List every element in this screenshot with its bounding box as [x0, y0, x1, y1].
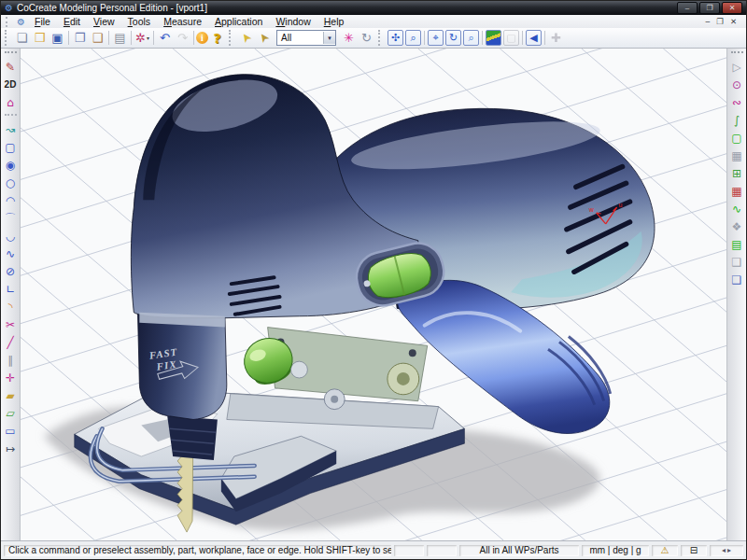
mdi-minimize-button[interactable]: – [706, 17, 711, 26]
sweep-icon[interactable]: ∾ [728, 93, 745, 111]
3d-scene[interactable]: FAST FIX [21, 49, 726, 540]
view-cube-icon[interactable] [486, 30, 501, 46]
redo-icon[interactable]: ↷ [174, 29, 191, 47]
viewport-3d[interactable]: FAST FIX [20, 49, 727, 540]
mdi-close-button[interactable]: ✕ [730, 17, 737, 26]
blend-icon[interactable]: ❖ [728, 217, 745, 235]
wireframe-view-icon[interactable]: ▢ [503, 30, 519, 46]
combo-dropdown-icon[interactable]: ▼ [323, 32, 335, 44]
zoom-dynamic-icon[interactable]: ⌕ [463, 30, 479, 46]
menu-help[interactable]: Help [317, 16, 351, 27]
status-message: Click a command or preselect assembly, p… [4, 545, 391, 556]
sketch-icon[interactable]: ✎ [2, 58, 19, 76]
highlight-icon[interactable]: ✳ [340, 29, 358, 47]
selection-scope[interactable]: All in All WPs/Parts [459, 545, 579, 556]
pull-sketch-icon[interactable]: ▱ [2, 404, 19, 422]
rounded-rect-icon[interactable]: ▢ [2, 138, 19, 156]
axis-label-u: u [619, 202, 623, 208]
help-icon[interactable]: ? [208, 29, 226, 47]
close-button[interactable]: ✕ [722, 2, 742, 14]
bellows [167, 416, 218, 460]
circle-center-icon[interactable]: ◉ [2, 156, 19, 174]
zoom-window-icon[interactable]: ⌕ [405, 30, 421, 46]
arc-center-icon[interactable]: ⌒ [2, 209, 19, 227]
toolbar-grip[interactable] [5, 30, 10, 46]
select-scope-combo[interactable]: All ▼ [276, 30, 336, 46]
ellipse-icon[interactable]: ⊘ [2, 262, 19, 280]
toolbar-separator [108, 31, 109, 45]
remove-material-icon[interactable]: ▦ [728, 182, 745, 200]
menu-tools[interactable]: Tools [121, 16, 158, 27]
meter-icon[interactable]: ⊟ [681, 545, 707, 556]
face-icon[interactable]: ▢ [728, 129, 745, 147]
select-scope-value: All [281, 33, 291, 43]
menu-file[interactable]: File [28, 16, 57, 27]
note-icon[interactable]: ❑ [728, 271, 745, 288]
arc-tangent-icon[interactable]: ◡ [2, 227, 19, 245]
menu-edit[interactable]: Edit [57, 16, 87, 27]
position-icon[interactable]: ✲▾ [134, 29, 151, 47]
camera-icon[interactable]: ▦ [728, 147, 745, 164]
dimension-icon[interactable]: ↦ [2, 440, 19, 457]
corner-icon[interactable]: ∟ [2, 280, 19, 298]
menu-view[interactable]: View [87, 16, 121, 27]
clamp-icon[interactable]: ✚ [547, 29, 565, 47]
menu-application[interactable]: Application [208, 16, 269, 27]
fit-view-icon[interactable]: ✣ [388, 30, 403, 46]
loft-icon[interactable]: ∫ [728, 111, 745, 129]
previous-view-icon[interactable]: ◀ [526, 30, 542, 46]
2d-mode-icon[interactable]: 2D [2, 76, 19, 93]
extrude-sketch-icon[interactable]: ▰ [2, 386, 19, 404]
fillet-icon[interactable]: ◝ [2, 298, 19, 315]
undo-icon[interactable]: ↶ [156, 29, 174, 47]
info-icon[interactable]: i [196, 32, 208, 44]
spline-icon[interactable]: ∿ [2, 245, 19, 262]
new-file-icon[interactable]: ❏ [13, 29, 31, 47]
reposition-icon[interactable]: ↻ [358, 29, 375, 47]
parallel-lines-icon[interactable]: ∥ [2, 351, 19, 369]
view-workplane-icon[interactable]: ⌂ [2, 93, 19, 111]
paste-icon[interactable]: ❑ [89, 29, 106, 47]
circle-icon[interactable]: ○ [2, 174, 19, 191]
menu-measure[interactable]: Measure [157, 16, 208, 27]
print-icon[interactable]: ▤ [111, 29, 129, 47]
line-icon[interactable]: ╱ [2, 333, 19, 351]
mdi-restore-button[interactable]: ❐ [716, 17, 724, 26]
window-controls: – ❐ ✕ [677, 2, 742, 14]
menubar-grip[interactable] [6, 17, 11, 27]
copy-icon[interactable]: ❐ [71, 29, 89, 47]
point-icon[interactable]: ✛ [2, 369, 19, 386]
save-icon[interactable]: ▣ [49, 29, 66, 47]
menu-window[interactable]: Window [269, 16, 317, 27]
sheetmetal-icon[interactable]: ▤ [728, 235, 745, 253]
pan-view-icon[interactable]: ⌖ [428, 30, 444, 46]
polyline-icon[interactable]: ↝ [2, 120, 19, 138]
toolbar-separator [5, 114, 17, 118]
toolbar-separator [424, 31, 425, 45]
nav-prev-icon[interactable]: ◂ [722, 546, 726, 554]
spring-icon[interactable]: ∿ [728, 200, 745, 217]
toolbar-grip[interactable] [731, 51, 743, 55]
toolbar-grip[interactable] [5, 51, 17, 55]
main-toolbar: ❏❒▣❐❑▤✲▾↶↷i?➤➤ All ▼ ✳↻✣⌕⌖↻⌕▢◀✚ [1, 28, 746, 49]
nav-next-icon[interactable]: ▸ [727, 546, 731, 554]
dropdown-arrow-icon[interactable]: ▾ [147, 35, 149, 41]
rotate-view-icon[interactable]: ↻ [445, 30, 461, 46]
restore-button[interactable]: ❐ [699, 2, 720, 14]
open-folder-icon[interactable]: ❒ [31, 29, 49, 47]
minimize-button[interactable]: – [677, 2, 698, 14]
label-icon[interactable]: ❑ [728, 253, 745, 271]
trim-icon[interactable]: ✂ [2, 315, 19, 333]
units-indicator[interactable]: mm | deg | g [582, 545, 649, 556]
play-icon[interactable]: ▷ [728, 58, 745, 76]
toolbar-group-view: ✳↻✣⌕⌖↻⌕▢◀✚ [340, 29, 565, 47]
rectangle-icon[interactable]: ▭ [2, 422, 19, 440]
machine-icon[interactable]: ⊞ [728, 164, 745, 182]
toolbar-grip[interactable] [378, 30, 384, 46]
warning-icon[interactable]: ⚠ [652, 545, 678, 556]
extrude-icon[interactable]: ⊙ [728, 76, 745, 93]
toolbar-grip[interactable] [229, 30, 234, 46]
select-list-icon[interactable]: ➤ [251, 25, 275, 49]
arc-3pt-icon[interactable]: ◠ [2, 191, 19, 209]
toolbar-separator [544, 31, 545, 45]
